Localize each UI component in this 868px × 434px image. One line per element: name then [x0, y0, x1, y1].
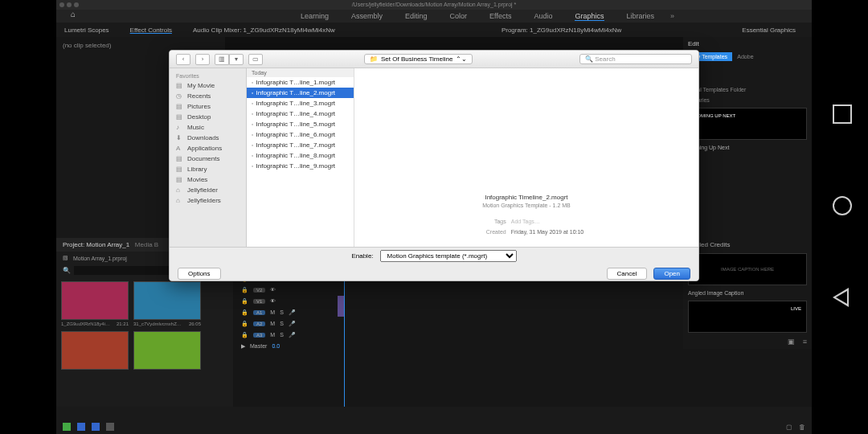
template-thumb-2[interactable]: IMAGE CAPTION HERE — [688, 253, 807, 285]
file-item[interactable]: ▫Infographic T…line_8.mogrt — [247, 150, 354, 161]
file-item[interactable]: ▫Infographic T…line_7.mogrt — [247, 140, 354, 150]
file-icon: ▫ — [252, 121, 253, 127]
project-footer: ▢ 🗑 — [56, 420, 812, 434]
list-view-icon[interactable] — [77, 423, 85, 431]
media-tab[interactable]: Media B — [135, 241, 158, 248]
created-value: Friday, 31 May 2019 at 10:10 — [511, 229, 584, 235]
file-item[interactable]: ▫Infographic T…line_9.mogrt — [247, 161, 354, 171]
tab-lumetri[interactable]: Lumetri Scopes — [64, 27, 109, 34]
os-square-icon[interactable] — [833, 104, 852, 124]
panel-menu-icon[interactable]: ≡ — [803, 338, 807, 346]
view-icons-button[interactable]: ▥ — [215, 54, 229, 65]
template-thumb-3[interactable]: LIVE — [688, 301, 807, 333]
tab-adobe[interactable]: Adobe — [737, 54, 753, 59]
sidebar-item-desktop[interactable]: ▤Desktop — [170, 112, 246, 122]
project-clip[interactable] — [61, 331, 129, 371]
master-track[interactable]: ▶Master0.0 — [241, 341, 313, 351]
audio-track[interactable]: 🔒A1MS🎤 — [241, 307, 313, 317]
file-item[interactable]: ▫Infographic T…line_3.mogrt — [247, 98, 354, 108]
os-back-icon[interactable] — [833, 288, 849, 307]
dialog-toolbar: ‹ › ▥ ▾ ▭ 📁 Set Of Business Timeline ⌃⌄ … — [170, 51, 698, 68]
new-bin-icon[interactable]: ▢ — [786, 424, 792, 431]
project-clip[interactable]: 31_c7VydmlvcmxhZ…26:05 — [133, 281, 201, 326]
home-icon[interactable]: ⌂ — [71, 10, 84, 23]
audio-track[interactable]: 🔒A2MS🎤 — [241, 318, 313, 329]
path-selector[interactable]: 📁 Set Of Business Timeline ⌃⌄ — [364, 54, 473, 64]
workspace-audio[interactable]: Audio — [534, 12, 552, 21]
sidebar-icon: ▤ — [176, 176, 184, 183]
workspace-bar: ⌂ LearningAssemblyEditingColorEffectsAud… — [56, 10, 812, 23]
sidebar-icon: ⬇ — [176, 134, 184, 141]
search-icon[interactable]: 🔍 — [63, 267, 71, 274]
sidebar-item-recents[interactable]: ◷Recents — [170, 91, 246, 101]
sidebar-item-jellyfielder[interactable]: ⌂Jellyfielder — [170, 185, 246, 195]
workspace-assembly[interactable]: Assembly — [351, 12, 383, 21]
sidebar-icon: ◷ — [176, 92, 184, 100]
sidebar-item-library[interactable]: ▤Library — [170, 164, 246, 174]
workspace-learning[interactable]: Learning — [301, 12, 329, 21]
project-tab[interactable]: Project: Motion Array_1 — [63, 241, 129, 248]
file-icon: ▫ — [252, 163, 253, 169]
preview-filename: Infographic Timeline_2.mogrt — [485, 194, 567, 201]
import-template-icon[interactable]: ▣ — [788, 338, 795, 346]
file-item[interactable]: ▫Infographic T…line_6.mogrt — [247, 129, 354, 140]
sidebar-item-applications[interactable]: AApplications — [170, 143, 246, 154]
sidebar-item-pictures[interactable]: ▤Pictures — [170, 101, 246, 112]
file-icon: ▫ — [252, 153, 253, 158]
workspace-editing[interactable]: Editing — [405, 12, 428, 21]
tags-key: Tags — [469, 216, 506, 227]
no-clip-label: (no clip selected) — [63, 42, 111, 49]
nav-back-button[interactable]: ‹ — [176, 54, 190, 65]
window-titlebar: /Users/jellyfielder/Downloads/Motion Arr… — [56, 0, 812, 10]
audio-track[interactable]: 🔒A3MS🎤 — [241, 330, 313, 340]
file-item[interactable]: ▫Infographic T…line_2.mogrt — [247, 88, 354, 98]
project-clip[interactable] — [133, 331, 201, 371]
tab-program[interactable]: Program: 1_ZG9udXRzN18yMi4wMi4xNw — [502, 27, 621, 34]
file-item[interactable]: ▫Infographic T…line_4.mogrt — [247, 108, 354, 119]
workspace-graphics[interactable]: Graphics — [575, 12, 604, 21]
workspace-libraries[interactable]: Libraries — [627, 12, 655, 21]
group-button[interactable]: ▭ — [248, 54, 263, 65]
tab-essential-graphics[interactable]: Essential Graphics — [742, 27, 796, 34]
template-thumb-1[interactable]: COMING UP NEXT — [688, 108, 807, 140]
trash-icon[interactable]: 🗑 — [799, 424, 805, 431]
open-button[interactable]: Open — [653, 268, 690, 280]
icon-view-icon[interactable] — [92, 423, 100, 431]
file-item[interactable]: ▫Infographic T…line_1.mogrt — [247, 77, 354, 88]
project-clip[interactable]: 1_ZG9udXRzN18y4i…21:21 — [61, 281, 129, 326]
file-item[interactable]: ▫Infographic T…line_5.mogrt — [247, 119, 354, 129]
nav-forward-button[interactable]: › — [195, 54, 210, 65]
project-file: Motion Array_1.prproj — [73, 256, 127, 261]
workspace-color[interactable]: Color — [450, 12, 468, 21]
sidebar-item-downloads[interactable]: ⬇Downloads — [170, 133, 246, 143]
video-track[interactable]: 🔒V1👁 — [241, 296, 313, 306]
new-item-icon[interactable] — [63, 423, 71, 431]
sidebar-item-movies[interactable]: ▤Movies — [170, 174, 246, 185]
freeform-icon[interactable] — [106, 423, 114, 431]
sidebar-item-jellyfielders[interactable]: ⌂Jellyfielders — [170, 195, 246, 206]
sidebar-item-documents[interactable]: ▤Documents — [170, 154, 246, 164]
traffic-lights[interactable] — [59, 2, 79, 7]
timeline-clip[interactable] — [338, 296, 344, 317]
libraries-label[interactable]: Libraries — [688, 97, 807, 103]
workspace-effects[interactable]: Effects — [489, 12, 511, 21]
sidebar-icon: ▤ — [176, 155, 184, 162]
created-key: Created — [469, 227, 506, 237]
sidebar-item-music[interactable]: ♪Music — [170, 122, 246, 133]
overflow-icon[interactable]: » — [670, 12, 674, 20]
os-circle-icon[interactable] — [833, 196, 852, 215]
sidebar-item-my-movie[interactable]: ▤My Movie — [170, 80, 246, 91]
cancel-button[interactable]: Cancel — [607, 268, 648, 280]
video-track[interactable]: 🔒V2👁 — [241, 285, 313, 295]
tab-effect-controls[interactable]: Effect Controls — [130, 27, 172, 34]
preview-info: Motion Graphics Template - 1.2 MB — [482, 203, 571, 208]
dialog-footer: Options Cancel Open — [170, 264, 698, 281]
dialog-search[interactable]: 🔍 Search — [579, 54, 692, 64]
tags-value[interactable]: Add Tags… — [511, 219, 540, 224]
options-button[interactable]: Options — [178, 268, 221, 280]
tab-audio-clip-mixer[interactable]: Audio Clip Mixer: 1_ZG9udXRzN18yMi4wMi4x… — [193, 27, 335, 34]
enable-select[interactable]: Motion Graphics template (*.mogrt) — [380, 250, 517, 262]
view-dropdown-button[interactable]: ▾ — [229, 54, 244, 65]
chevron-updown-icon: ⌃⌄ — [456, 55, 467, 63]
file-icon: ▫ — [252, 90, 253, 96]
